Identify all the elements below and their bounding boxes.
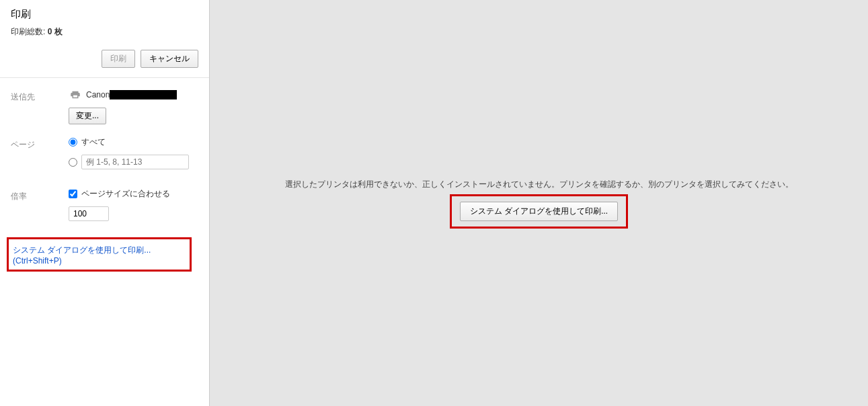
pages-row: ページ すべて	[11, 136, 198, 176]
pages-range-input[interactable]	[81, 155, 189, 169]
destination-value: Canon	[69, 89, 198, 101]
header-buttons: 印刷 キャンセル	[11, 50, 198, 68]
printer-name-redacted	[110, 90, 177, 99]
pages-all-radio[interactable]	[69, 138, 77, 147]
pages-range-radio[interactable]	[69, 158, 77, 167]
system-dialog-button-highlight: システム ダイアログを使用して印刷...	[450, 194, 628, 229]
dialog-title: 印刷	[11, 8, 198, 21]
printer-icon	[69, 89, 82, 101]
total-pages: 印刷総数: 0 枚	[11, 26, 198, 38]
fit-page-checkbox[interactable]	[69, 190, 77, 198]
system-dialog-link-highlight: システム ダイアログを使用して印刷... (Ctrl+Shift+P)	[7, 237, 192, 272]
system-dialog-shortcut: (Ctrl+Shift+P)	[13, 256, 186, 266]
pages-all-label: すべて	[81, 136, 106, 148]
scale-input[interactable]	[69, 206, 109, 221]
print-sidebar: 印刷 印刷総数: 0 枚 印刷 キャンセル 送信先 Canon 変更...	[0, 0, 210, 406]
change-destination-button[interactable]: 変更...	[69, 108, 106, 124]
total-prefix: 印刷総数:	[11, 27, 48, 36]
total-value: 0 枚	[48, 27, 63, 36]
print-button[interactable]: 印刷	[102, 50, 135, 68]
preview-area: 選択したプリンタは利用できないか、正しくインストールされていません。プリンタを確…	[210, 0, 868, 406]
destination-row: 送信先 Canon 変更...	[11, 89, 198, 124]
fit-page-label: ページサイズに合わせる	[81, 188, 170, 200]
preview-error-message: 選択したプリンタは利用できないか、正しくインストールされていません。プリンタを確…	[285, 177, 793, 192]
printer-name: Canon	[86, 90, 177, 99]
printer-name-text: Canon	[86, 90, 110, 99]
scale-row: 倍率 ページサイズに合わせる	[11, 188, 198, 221]
sidebar-header: 印刷 印刷総数: 0 枚 印刷 キャンセル	[0, 0, 209, 78]
destination-label: 送信先	[11, 89, 69, 103]
pages-label: ページ	[11, 136, 69, 151]
cancel-button[interactable]: キャンセル	[141, 50, 198, 68]
settings-list: 送信先 Canon 変更... ページ すべて	[0, 78, 209, 233]
system-dialog-button[interactable]: システム ダイアログを使用して印刷...	[460, 202, 618, 221]
scale-label: 倍率	[11, 188, 69, 202]
system-dialog-link[interactable]: システム ダイアログを使用して印刷...	[13, 245, 186, 256]
